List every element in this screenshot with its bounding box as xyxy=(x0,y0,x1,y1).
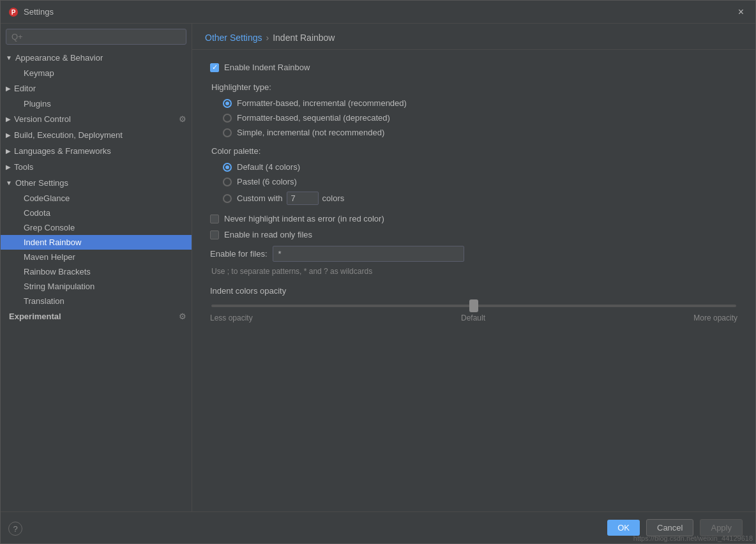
color-palette-group: Default (4 colors) Pastel (6 colors) Cus… xyxy=(223,162,737,205)
opacity-default-label: Default xyxy=(461,314,485,322)
vc-icon: ⚙ xyxy=(179,114,186,124)
sidebar-item-label: Translation xyxy=(24,296,64,306)
radio-default-colors[interactable] xyxy=(223,163,232,172)
sidebar-item-languages[interactable]: ▶ Languages & Frameworks xyxy=(1,143,192,159)
checkmark-icon: ✓ xyxy=(212,63,218,72)
radio-formatter-sequential-label: Formatter-based, sequential (deprecated) xyxy=(237,113,390,123)
settings-content: ✓ Enable Indent Rainbow Highlighter type… xyxy=(192,50,755,511)
sidebar-item-label: Other Settings xyxy=(15,178,68,188)
sidebar-item-label: Editor xyxy=(14,84,36,93)
radio-simple-incremental[interactable] xyxy=(223,128,232,137)
sidebar-item-plugins[interactable]: Plugins xyxy=(1,96,192,111)
breadcrumb-separator: › xyxy=(266,33,269,43)
sidebar-item-maven-helper[interactable]: Maven Helper xyxy=(1,250,192,264)
enable-for-files-input[interactable] xyxy=(273,246,464,262)
svg-text:P: P xyxy=(11,9,16,16)
highlighter-type-label: Highlighter type: xyxy=(211,82,737,92)
build-arrow: ▶ xyxy=(6,132,11,139)
radio-pastel-colors[interactable] xyxy=(223,178,232,186)
sidebar-item-label: Appearance & Behavior xyxy=(15,53,103,63)
never-highlight-checkbox[interactable] xyxy=(210,215,219,223)
radio-row-formatter-incremental: Formatter-based, incremental (recommende… xyxy=(223,98,737,108)
close-button[interactable]: × xyxy=(734,5,748,19)
sidebar-item-version-control[interactable]: ▶ Version Control ⚙ xyxy=(1,111,192,127)
breadcrumb-current: Indent Rainbow xyxy=(273,33,335,43)
sidebar-item-label: Tools xyxy=(14,162,33,172)
radio-default-colors-label: Default (4 colors) xyxy=(237,162,300,172)
sidebar-item-label: Languages & Frameworks xyxy=(14,146,111,156)
sidebar-item-string-manipulation[interactable]: String Manipulation xyxy=(1,279,192,294)
radio-row-simple-incremental: Simple, incremental (not recommended) xyxy=(223,128,737,137)
opacity-label: Indent colors opacity xyxy=(210,286,737,296)
other-arrow: ▼ xyxy=(6,179,12,186)
radio-custom-colors[interactable] xyxy=(223,194,232,203)
opacity-less-label: Less opacity xyxy=(210,314,253,322)
enable-readonly-checkbox[interactable] xyxy=(210,230,219,239)
footer: ? OK Cancel Apply https://blog.csdn.net/… xyxy=(1,511,755,543)
sidebar-item-indent-rainbow[interactable]: Indent Rainbow xyxy=(1,235,192,250)
sidebar-item-label: Maven Helper xyxy=(24,252,75,262)
radio-row-pastel: Pastel (6 colors) xyxy=(223,177,737,186)
sidebar-item-appearance[interactable]: ▼ Appearance & Behavior xyxy=(1,50,192,66)
app-icon: P xyxy=(8,7,19,17)
sidebar-item-other-settings[interactable]: ▼ Other Settings xyxy=(1,175,192,191)
sidebar-item-rainbow-brackets[interactable]: Rainbow Brackets xyxy=(1,264,192,279)
radio-formatter-incremental-label: Formatter-based, incremental (recommende… xyxy=(237,98,407,108)
vc-arrow: ▶ xyxy=(6,116,11,123)
sidebar-item-tools[interactable]: ▶ Tools xyxy=(1,159,192,175)
sidebar-item-translation[interactable]: Translation xyxy=(1,294,192,308)
window-title: Settings xyxy=(24,7,734,17)
hint-text: Use ; to separate patterns, * and ? as w… xyxy=(211,267,737,276)
sidebar-item-label: CodeGlance xyxy=(24,193,70,203)
settings-window: P Settings × ▼ Appearance & Behavior Key… xyxy=(0,0,756,544)
custom-colors-input[interactable] xyxy=(287,192,319,205)
enable-readonly-label: Enable in read only files xyxy=(224,230,312,239)
slider-labels: Less opacity Default More opacity xyxy=(210,314,737,322)
sidebar-item-editor[interactable]: ▶ Editor xyxy=(1,80,192,96)
title-bar: P Settings × xyxy=(1,1,755,24)
main-content: ▼ Appearance & Behavior Keymap ▶ Editor … xyxy=(1,24,755,511)
editor-arrow: ▶ xyxy=(6,85,11,92)
help-button[interactable]: ? xyxy=(8,522,22,536)
radio-formatter-incremental[interactable] xyxy=(223,99,232,108)
radio-row-custom: Custom with colors xyxy=(223,192,737,205)
sidebar-item-label: Rainbow Brackets xyxy=(24,267,91,276)
radio-formatter-sequential[interactable] xyxy=(223,114,232,123)
sidebar-item-label: Build, Execution, Deployment xyxy=(14,130,123,140)
sidebar-item-build[interactable]: ▶ Build, Execution, Deployment xyxy=(1,127,192,143)
sidebar-item-label: String Manipulation xyxy=(24,282,94,291)
highlighter-type-group: Formatter-based, incremental (recommende… xyxy=(223,98,737,137)
opacity-more-label: More opacity xyxy=(693,314,737,322)
watermark: https://blog.csdn.net/weixin_44129618 xyxy=(631,533,755,543)
radio-pastel-colors-label: Pastel (6 colors) xyxy=(237,177,297,186)
enable-indent-rainbow-checkbox[interactable]: ✓ xyxy=(210,63,219,72)
enable-indent-rainbow-row: ✓ Enable Indent Rainbow xyxy=(210,63,737,72)
search-input[interactable] xyxy=(6,29,186,45)
appearance-arrow: ▼ xyxy=(6,54,12,61)
sidebar-item-label: Experimental xyxy=(9,312,61,321)
lang-arrow: ▶ xyxy=(6,147,11,155)
enable-for-files-row: Enable for files: xyxy=(210,246,737,262)
radio-simple-incremental-label: Simple, incremental (not recommended) xyxy=(237,128,384,137)
sidebar-item-label: Keymap xyxy=(24,68,54,78)
sidebar-item-keymap[interactable]: Keymap xyxy=(1,66,192,80)
right-panel: Other Settings › Indent Rainbow ✓ Enable… xyxy=(192,24,755,511)
sidebar-item-label: Indent Rainbow xyxy=(24,238,81,247)
sidebar-item-experimental[interactable]: Experimental ⚙ xyxy=(1,308,192,324)
never-highlight-label: Never highlight indent as error (in red … xyxy=(224,214,384,223)
breadcrumb-parent[interactable]: Other Settings xyxy=(205,33,262,43)
slider-thumb[interactable] xyxy=(469,299,478,312)
exp-icon: ⚙ xyxy=(179,312,186,321)
sidebar: ▼ Appearance & Behavior Keymap ▶ Editor … xyxy=(1,24,192,511)
radio-row-default: Default (4 colors) xyxy=(223,162,737,172)
sidebar-item-label: Version Control xyxy=(14,114,71,124)
enable-for-files-label: Enable for files: xyxy=(210,249,268,259)
tools-arrow: ▶ xyxy=(6,163,11,170)
slider-track xyxy=(211,305,736,307)
sidebar-item-label: Codota xyxy=(24,208,50,218)
sidebar-item-codota[interactable]: Codota xyxy=(1,206,192,220)
sidebar-item-grep-console[interactable]: Grep Console xyxy=(1,220,192,235)
sidebar-item-codeglance[interactable]: CodeGlance xyxy=(1,191,192,206)
enable-readonly-row: Enable in read only files xyxy=(210,230,737,239)
never-highlight-row: Never highlight indent as error (in red … xyxy=(210,214,737,223)
